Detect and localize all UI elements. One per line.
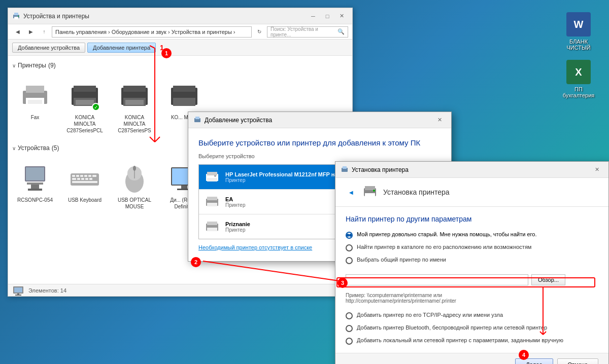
search-box[interactable]: Поиск: Устройства и принте... 🔍 — [267, 26, 348, 38]
svg-rect-35 — [89, 178, 92, 180]
printer-konica2-label: KONICA MINOLTA C287SeriesPS — [116, 114, 153, 134]
devices-toggle[interactable]: ∨ — [12, 145, 16, 151]
status-bar: Элементов: 14 — [8, 284, 352, 296]
install-printer-dialog: Установка принтера ✕ ◀ Установка принтер… — [335, 161, 609, 364]
cancel-button[interactable]: Отмена — [557, 358, 598, 364]
add-device-close-button[interactable]: ✕ — [433, 115, 446, 125]
svg-rect-5 — [26, 86, 44, 93]
printers-section-label: Принтеры — [18, 62, 46, 69]
device-mouse-label: USB OPTICAL MOUSE — [116, 197, 153, 210]
radio-bluetooth[interactable]: Добавить принтер Bluetooth, беспроводной… — [346, 324, 598, 332]
radio-shared[interactable]: Выбрать общий принтер по имени — [346, 257, 598, 264]
printer-konica1-label: KONICA MINOLTA C287SeriesPCL — [66, 114, 103, 134]
radio-catalog-label: Найти принтер в каталоге по его располож… — [357, 244, 531, 250]
browse-button[interactable]: Обзор... — [531, 274, 565, 285]
add-printer-button[interactable]: Добавление принтера — [87, 43, 156, 53]
desktop-icons: W БЛАНК ЧИСТЫЙ X ПП бухгалтерия — [558, 10, 599, 100]
install-dialog-close-button[interactable]: ✕ — [590, 165, 603, 175]
svg-rect-26 — [76, 175, 79, 177]
status-icon — [12, 285, 24, 296]
step-3: 3 — [337, 278, 348, 288]
radio-bluetooth-circle — [346, 325, 353, 332]
install-dialog-footer: Далее Отмена — [335, 353, 608, 364]
svg-rect-27 — [80, 175, 83, 177]
default-check-badge: ✓ — [92, 103, 100, 111]
install-dialog-title-bar: Установка принтера ✕ — [335, 162, 608, 178]
device-keyboard[interactable]: USB Keyboard — [62, 158, 108, 214]
up-button[interactable]: ↑ — [39, 26, 50, 38]
svg-rect-1 — [14, 13, 18, 15]
install-dialog-icon — [341, 166, 349, 174]
printer-fax-label: Fax — [31, 114, 40, 121]
radio-catalog[interactable]: Найти принтер в каталоге по его располож… — [346, 244, 598, 251]
word-icon: W — [566, 12, 591, 37]
svg-rect-11 — [76, 100, 94, 105]
device-rcsonpc-icon — [19, 162, 51, 195]
radio-local-circle — [346, 338, 353, 345]
svg-rect-43 — [181, 186, 187, 189]
printer-name-input[interactable] — [346, 274, 528, 285]
radio-local-label: Добавить локальный или сетевой принтер с… — [357, 337, 563, 343]
svg-rect-50 — [195, 117, 199, 119]
missing-printer-link[interactable]: Необходимый принтер отсутствует в списке — [198, 244, 312, 250]
desktop-icon-blank-label: БЛАНК ЧИСТЫЙ — [560, 39, 597, 51]
printers-section-header: ∨ Принтеры (9) — [12, 60, 348, 71]
printers-section-count: (9) — [48, 62, 56, 69]
desktop-icon-accounting[interactable]: X ПП бухгалтерия — [558, 58, 599, 100]
address-bar: ◀ ▶ ↑ Панель управления › Оборудование и… — [8, 24, 352, 40]
install-dialog-back-button[interactable]: ◀ — [346, 187, 357, 198]
radio-old-printer[interactable]: Мой принтер довольно старый. Мне нужна п… — [346, 231, 598, 239]
svg-point-66 — [373, 190, 375, 192]
forward-button[interactable]: ▶ — [25, 26, 37, 38]
maximize-button[interactable]: □ — [321, 11, 334, 21]
address-path-text: Панель управления › Оборудование и звук … — [55, 29, 235, 35]
svg-rect-60 — [207, 228, 217, 231]
printer-list-icon-2 — [204, 219, 220, 235]
install-dialog-title-text: Установка принтера — [352, 166, 409, 173]
printer-konica2[interactable]: KONICA MINOLTA C287SeriesPS — [112, 75, 157, 138]
window-title-left: Устройства и принтеры — [12, 12, 89, 20]
window-title-text: Устройства и принтеры — [23, 13, 89, 20]
device-mouse[interactable]: USB OPTICAL MOUSE — [112, 158, 157, 214]
svg-rect-32 — [77, 178, 80, 180]
search-icon: 🔍 — [337, 28, 345, 35]
radio-local[interactable]: Добавить локальный или сетевой принтер с… — [346, 337, 598, 345]
svg-point-40 — [133, 166, 136, 171]
desktop-icon-blank[interactable]: W БЛАНК ЧИСТЫЙ — [558, 10, 599, 53]
svg-rect-56 — [207, 197, 217, 200]
printers-toggle[interactable]: ∨ — [12, 63, 16, 68]
svg-point-54 — [214, 175, 216, 177]
window-title-bar: Устройства и принтеры ─ □ ✕ — [8, 8, 352, 24]
svg-rect-9 — [74, 86, 96, 92]
status-count: Элементов: 14 — [28, 287, 66, 294]
install-dialog-body: Найти принтер по другим параметрам Мой п… — [335, 207, 608, 353]
radio-catalog-circle — [346, 244, 353, 251]
search-placeholder: Поиск: Устройства и принте... — [270, 26, 335, 38]
device-keyboard-label: USB Keyboard — [68, 197, 101, 203]
refresh-button[interactable]: ↻ — [254, 26, 265, 38]
add-device-button[interactable]: Добавление устройства — [12, 43, 85, 53]
close-button[interactable]: ✕ — [335, 11, 348, 21]
hint-text-line2: http://computername/printers/printername… — [346, 298, 456, 304]
svg-rect-25 — [72, 175, 75, 177]
svg-rect-13 — [123, 86, 146, 92]
minimize-button[interactable]: ─ — [307, 11, 320, 21]
svg-rect-23 — [28, 189, 42, 191]
address-path[interactable]: Панель управления › Оборудование и звук … — [52, 26, 252, 38]
svg-rect-57 — [207, 203, 217, 206]
back-button[interactable]: ◀ — [12, 26, 23, 38]
svg-rect-29 — [88, 175, 91, 177]
svg-rect-22 — [31, 185, 39, 189]
step-2: 2 — [191, 257, 201, 267]
svg-rect-52 — [207, 172, 217, 175]
svg-rect-31 — [72, 178, 76, 180]
printer-fax[interactable]: Fax — [12, 75, 58, 138]
svg-rect-17 — [173, 86, 195, 92]
step-4: 4 — [519, 350, 529, 360]
printer-konica1[interactable]: ✓ KONICA MINOLTA C287SeriesPCL — [62, 75, 108, 138]
radio-shared-circle — [346, 257, 353, 264]
printer-list-sub-2: Принтер — [225, 227, 250, 233]
device-rcsonpc[interactable]: RCSONPC-054 — [12, 158, 58, 214]
add-device-heading: Выберите устройство или принтер для доба… — [198, 138, 441, 147]
radio-tcpip[interactable]: Добавить принтер по его TCP/IP-адресу ил… — [346, 312, 598, 319]
